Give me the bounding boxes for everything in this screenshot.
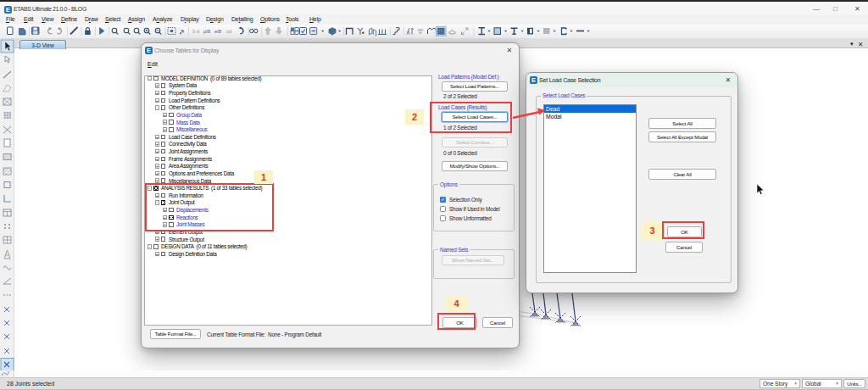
svg-text:pl8: pl8 bbox=[203, 29, 211, 34]
svg-text:nd: nd bbox=[226, 29, 232, 34]
svg-text:el8: el8 bbox=[214, 29, 222, 34]
svg-text:3-d: 3-d bbox=[192, 29, 200, 34]
